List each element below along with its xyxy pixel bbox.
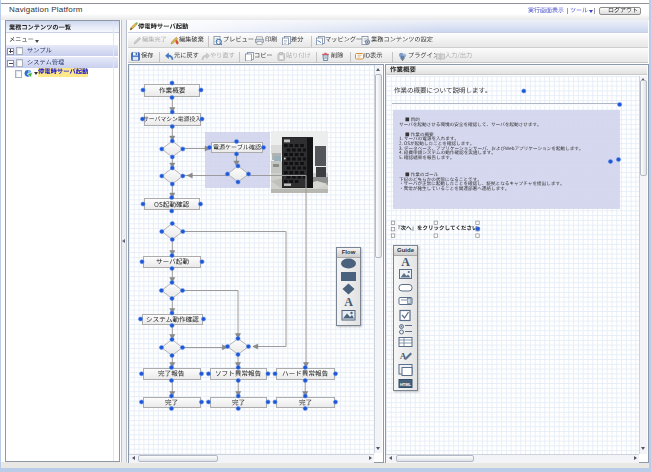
svg-text:A: A	[401, 255, 410, 269]
svg-text:HTML: HTML	[400, 382, 412, 387]
